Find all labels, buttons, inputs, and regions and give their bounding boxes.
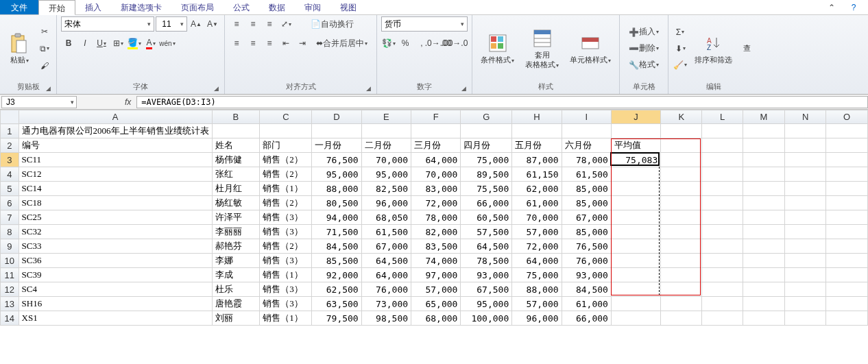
cell-K6[interactable] [661, 196, 702, 210]
col-header-J[interactable]: J [611, 110, 660, 124]
cell-L13[interactable] [702, 297, 743, 311]
cell-N9[interactable] [784, 239, 825, 254]
increase-indent-button[interactable]: ⇥ [295, 36, 310, 51]
font-color-button[interactable]: A▾ [143, 36, 158, 51]
cell-A11[interactable]: SC39 [19, 268, 212, 282]
accounting-format-button[interactable]: 💱▾ [381, 36, 396, 51]
cell-J12[interactable] [611, 282, 660, 297]
cell-E2[interactable]: 二月份 [361, 138, 411, 153]
cell-E9[interactable]: 67,000 [361, 239, 411, 254]
cell-D8[interactable]: 71,500 [312, 225, 361, 239]
cell-B1[interactable] [212, 124, 260, 138]
sort-filter-button[interactable]: AZ 排序和筛选 [690, 31, 736, 66]
cell-A10[interactable]: SC36 [19, 254, 212, 268]
cell-H12[interactable]: 88,000 [512, 282, 562, 297]
cell-E12[interactable]: 76,000 [361, 282, 411, 297]
chevron-down-icon[interactable]: ▾ [144, 21, 154, 27]
tab-插入[interactable]: 插入 [75, 0, 111, 14]
cell-C12[interactable]: 销售（3） [260, 282, 312, 297]
cell-L7[interactable] [702, 210, 743, 225]
cell-M11[interactable] [743, 268, 785, 282]
cell-C9[interactable]: 销售（2） [260, 239, 312, 254]
cell-O10[interactable] [826, 254, 868, 268]
chevron-down-icon[interactable]: ▾ [457, 21, 467, 27]
cell-M2[interactable] [743, 138, 785, 153]
cell-G12[interactable]: 67,500 [461, 282, 512, 297]
cell-K8[interactable] [661, 225, 702, 239]
cell-M13[interactable] [743, 297, 785, 311]
cell-O14[interactable] [826, 311, 868, 326]
cell-K7[interactable] [661, 210, 702, 225]
cell-K5[interactable] [661, 182, 702, 196]
cell-O6[interactable] [826, 196, 868, 210]
cell-N10[interactable] [784, 254, 825, 268]
wrap-text-button[interactable]: 📄 自动换行 [306, 16, 359, 32]
cell-J10[interactable] [611, 254, 660, 268]
cell-A5[interactable]: SC14 [19, 182, 212, 196]
cell-L11[interactable] [702, 268, 743, 282]
cell-M6[interactable] [743, 196, 785, 210]
cell-C8[interactable]: 销售（3） [260, 225, 312, 239]
cell-D1[interactable] [312, 124, 361, 138]
align-left-button[interactable]: ≡ [229, 36, 244, 51]
cell-M9[interactable] [743, 239, 785, 254]
cell-I4[interactable]: 61,500 [562, 167, 611, 182]
font-name-combo[interactable]: ▾ [61, 16, 154, 32]
cell-B14[interactable]: 刘丽 [212, 311, 260, 326]
row-header-5[interactable]: 5 [1, 182, 19, 196]
tab-页面布局[interactable]: 页面布局 [171, 0, 224, 14]
row-header-8[interactable]: 8 [1, 225, 19, 239]
cell-G6[interactable]: 66,000 [461, 196, 512, 210]
cell-D7[interactable]: 94,000 [312, 210, 361, 225]
cell-C11[interactable]: 销售（1） [260, 268, 312, 282]
cell-B12[interactable]: 杜乐 [212, 282, 260, 297]
row-header-3[interactable]: 3 [1, 153, 19, 167]
format-as-table-button[interactable]: 套用 表格格式▾ [521, 26, 563, 70]
cell-M8[interactable] [743, 225, 785, 239]
cell-F13[interactable]: 65,000 [411, 297, 461, 311]
cell-O1[interactable] [826, 124, 868, 138]
cell-B13[interactable]: 唐艳霞 [212, 297, 260, 311]
tab-新建选项卡[interactable]: 新建选项卡 [111, 0, 171, 14]
cell-D14[interactable]: 79,500 [312, 311, 361, 326]
cell-J11[interactable] [611, 268, 660, 282]
cell-G2[interactable]: 四月份 [461, 138, 512, 153]
cell-I12[interactable]: 84,500 [562, 282, 611, 297]
cell-E14[interactable]: 98,500 [361, 311, 411, 326]
align-bottom-button[interactable]: ≡ [262, 16, 277, 32]
cell-N14[interactable] [784, 311, 825, 326]
font-name-input[interactable] [62, 17, 144, 31]
row-header-11[interactable]: 11 [1, 268, 19, 282]
cell-F8[interactable]: 82,000 [411, 225, 461, 239]
cell-E1[interactable] [361, 124, 411, 138]
cell-G11[interactable]: 93,000 [461, 268, 512, 282]
cell-M10[interactable] [743, 254, 785, 268]
cell-I5[interactable]: 85,000 [562, 182, 611, 196]
cell-J3[interactable]: 75,083 [611, 153, 660, 167]
cell-B2[interactable]: 姓名 [212, 138, 260, 153]
cell-M3[interactable] [743, 153, 785, 167]
cell-C13[interactable]: 销售（3） [260, 297, 312, 311]
cell-F5[interactable]: 83,000 [411, 182, 461, 196]
cell-H9[interactable]: 72,000 [512, 239, 562, 254]
cell-M5[interactable] [743, 182, 785, 196]
cell-E10[interactable]: 64,500 [361, 254, 411, 268]
cell-H11[interactable]: 75,000 [512, 268, 562, 282]
cell-J6[interactable] [611, 196, 660, 210]
row-header-14[interactable]: 14 [1, 311, 19, 326]
cell-O11[interactable] [826, 268, 868, 282]
cell-A3[interactable]: SC11 [19, 153, 212, 167]
fill-button[interactable]: ⬇▾ [673, 41, 688, 56]
cell-D2[interactable]: 一月份 [312, 138, 361, 153]
cell-J9[interactable] [611, 239, 660, 254]
font-launcher-icon[interactable]: ◢ [214, 85, 219, 92]
col-header-L[interactable]: L [702, 110, 743, 124]
cell-G4[interactable]: 89,500 [461, 167, 512, 182]
cell-G8[interactable]: 57,500 [461, 225, 512, 239]
cell-O4[interactable] [826, 167, 868, 182]
cell-I3[interactable]: 78,000 [562, 153, 611, 167]
underline-button[interactable]: U▾ [94, 36, 109, 51]
cell-H8[interactable]: 57,000 [512, 225, 562, 239]
paste-button[interactable]: 粘贴▾ [4, 31, 34, 66]
align-top-button[interactable]: ≡ [229, 16, 244, 32]
